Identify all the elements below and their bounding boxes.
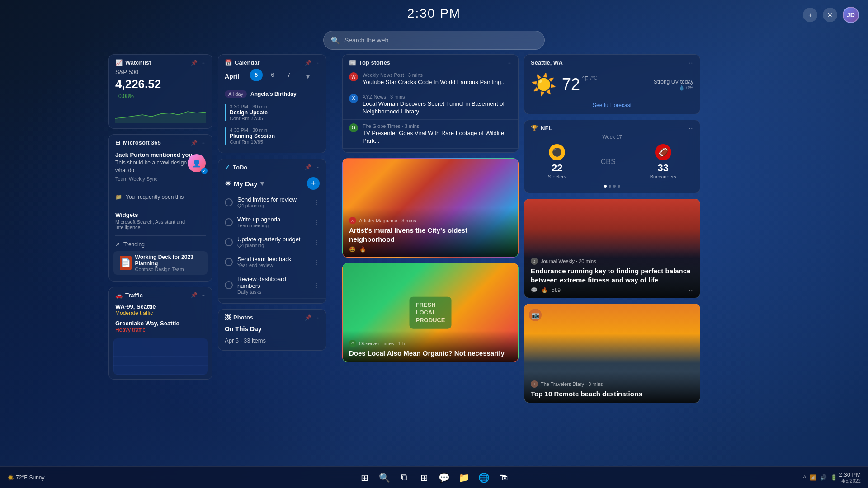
taskbar-battery-icon[interactable]: 🔋: [830, 474, 837, 481]
watchlist-more[interactable]: ···: [201, 60, 206, 66]
event2-info: 4:30 PM · 30 min Planning Session Conf R…: [230, 127, 320, 145]
todo-text-3: Update quarterly budget Q4 planning: [237, 236, 309, 248]
m365-pin[interactable]: 📌: [191, 140, 198, 146]
taskbar-chevron-icon[interactable]: ^: [803, 474, 806, 481]
top-stories-header: 📰 Top stories ···: [343, 55, 518, 69]
todo-circle-4: [225, 258, 233, 266]
weather-widget: Seattle, WA ··· ☀️ 72 °F /°C Strong UV t…: [524, 54, 700, 114]
score-network: CBS: [601, 158, 616, 166]
todo-sub-4: Year-end review: [237, 263, 309, 268]
photos-more[interactable]: ···: [315, 314, 320, 321]
calendar-chevron[interactable]: ▾: [306, 72, 310, 81]
taskbar-search[interactable]: 🔍: [376, 469, 392, 486]
runner-emoji-1: 💬: [531, 287, 538, 293]
event2-time: 4:30 PM · 30 min: [230, 127, 320, 133]
news-content-3: The Globe Times · 3 mins TV Presenter Go…: [363, 123, 512, 145]
news-item-3[interactable]: G The Globe Times · 3 mins TV Presenter …: [343, 120, 518, 149]
calendar-day-6[interactable]: 6: [266, 69, 279, 81]
taskbar-widgets[interactable]: ⊞: [416, 469, 432, 486]
user-avatar[interactable]: JD: [843, 7, 859, 23]
calendar-pin[interactable]: 📌: [305, 60, 311, 66]
taskbar-start[interactable]: ⊞: [356, 469, 373, 486]
todo-pin[interactable]: 📌: [305, 164, 311, 170]
traffic-pin[interactable]: 📌: [191, 292, 198, 298]
map-grid: [113, 338, 208, 375]
taskbar-wifi-icon[interactable]: 📶: [810, 474, 816, 481]
news-meta-2: XYZ News · 3 mins: [363, 94, 512, 99]
doc-icon: 📄: [120, 256, 132, 270]
runner-source: J Journal Weekly · 20 mins: [531, 258, 693, 265]
nfl-title: NFL: [541, 125, 552, 131]
calendar-more[interactable]: ···: [315, 60, 320, 66]
traffic-more[interactable]: ···: [201, 292, 206, 298]
news-item-1[interactable]: W Weekly News Post · 3 mins Youtube Star…: [343, 69, 518, 90]
taskbar-volume-icon[interactable]: 🔊: [820, 474, 827, 481]
weather-unit-f: °F: [582, 75, 589, 82]
taskbar-clock[interactable]: 2:30 PM 4/5/2022: [839, 471, 861, 483]
produce-source: O Observer Times · 1 h: [349, 340, 512, 347]
taskbar-store[interactable]: 🛍: [495, 469, 512, 486]
my-day-label: My Day: [234, 180, 258, 188]
news-image-runner[interactable]: J Journal Weekly · 20 mins Endurance run…: [524, 199, 700, 298]
taskbar-taskview[interactable]: ⧉: [396, 469, 412, 486]
todo-dots-2[interactable]: ⋮: [313, 219, 320, 226]
todo-item-1[interactable]: Send invites for review Q4 planning ⋮: [218, 192, 326, 212]
runner-more[interactable]: ···: [689, 287, 693, 293]
todo-actions: 📌 ···: [305, 164, 320, 170]
todo-dots-4[interactable]: ⋮: [313, 258, 320, 266]
todo-item-2[interactable]: Write up agenda Team meeting ⋮: [218, 212, 326, 232]
search-bar-wrapper: 🔍: [323, 31, 545, 50]
news-source-3: G: [349, 123, 358, 132]
top-stories-icon: 📰: [349, 59, 356, 66]
team1-block: ⚫ 22 Steelers: [548, 144, 566, 179]
doc-card[interactable]: 📄 Working Deck for 2023 Planning Contoso…: [113, 251, 208, 275]
taskbar-explorer[interactable]: 📁: [456, 469, 472, 486]
todo-item-4[interactable]: Send team feedback Year-end review ⋮: [218, 252, 326, 272]
route2-name: Greenlake Way, Seattle: [115, 320, 206, 327]
todo-more[interactable]: ···: [315, 164, 320, 170]
mention-text-after: what do: [115, 167, 134, 174]
m365-more[interactable]: ···: [201, 140, 206, 146]
taskbar-right: ^ 📶 🔊 🔋 2:30 PM 4/5/2022: [803, 471, 861, 483]
taskbar-edge[interactable]: 🌐: [476, 469, 492, 486]
minimize-button[interactable]: ✕: [823, 8, 837, 22]
trending-label: Trending: [123, 241, 145, 248]
add-button[interactable]: +: [803, 8, 817, 22]
top-stories-more[interactable]: ···: [507, 60, 512, 66]
team2-score: 33: [650, 162, 676, 174]
todo-item-5[interactable]: Review dashboard numbers Daily tasks ⋮: [218, 272, 326, 299]
photos-pin[interactable]: 📌: [305, 314, 311, 321]
search-bar[interactable]: 🔍: [323, 31, 545, 50]
todo-dots-5[interactable]: ⋮: [313, 282, 320, 289]
watchlist-pin[interactable]: 📌: [191, 60, 198, 66]
team2-block: 🏈 33 Buccaneers: [650, 144, 676, 179]
news-image-mural[interactable]: A Artistry Magazine · 3 mins Artist's mu…: [342, 158, 519, 258]
news-meta-3: The Globe Times · 3 mins: [363, 123, 512, 129]
todo-dots-3[interactable]: ⋮: [313, 239, 320, 246]
add-task-button[interactable]: +: [307, 177, 320, 190]
weather-more[interactable]: ···: [689, 60, 693, 66]
todo-dots-1[interactable]: ⋮: [313, 199, 320, 206]
taskbar-teams[interactable]: 💬: [436, 469, 452, 486]
todo-item-3[interactable]: Update quarterly budget Q4 planning ⋮: [218, 232, 326, 252]
nfl-meta: Week 17: [524, 134, 700, 141]
todo-widget: ✓ ToDo 📌 ··· ☀ My Day ▾ + Send invites f…: [218, 159, 326, 304]
mention-section: Jack Purton mentioned you This should be…: [109, 149, 212, 184]
dot-4: [618, 185, 620, 188]
todo-text-1: Send invites for review Q4 planning: [237, 196, 309, 208]
event2-title: Planning Session: [230, 133, 320, 139]
todo-title-4: Send team feedback: [237, 256, 309, 263]
news-item-2[interactable]: X XYZ News · 3 mins Local Woman Discover…: [343, 90, 518, 120]
news-image-produce[interactable]: O Observer Times · 1 h Does Local Also M…: [342, 263, 519, 362]
todo-circle-5: [225, 281, 233, 289]
todo-title-row: ✓ ToDo: [225, 164, 247, 171]
see-forecast-link[interactable]: See full forecast: [524, 100, 700, 110]
search-input[interactable]: [344, 37, 537, 44]
stock-chart: [115, 105, 206, 123]
news-image-beach[interactable]: 📷 T The Travelers Diary · 3 mins Top 10 …: [524, 304, 700, 403]
news-meta-1: Weekly News Post · 3 mins: [363, 72, 506, 78]
nfl-more[interactable]: ···: [689, 125, 693, 131]
calendar-day-5[interactable]: 5: [250, 69, 263, 81]
doc-title: Working Deck for 2023 Planning: [135, 254, 201, 267]
calendar-day-7[interactable]: 7: [283, 69, 295, 81]
